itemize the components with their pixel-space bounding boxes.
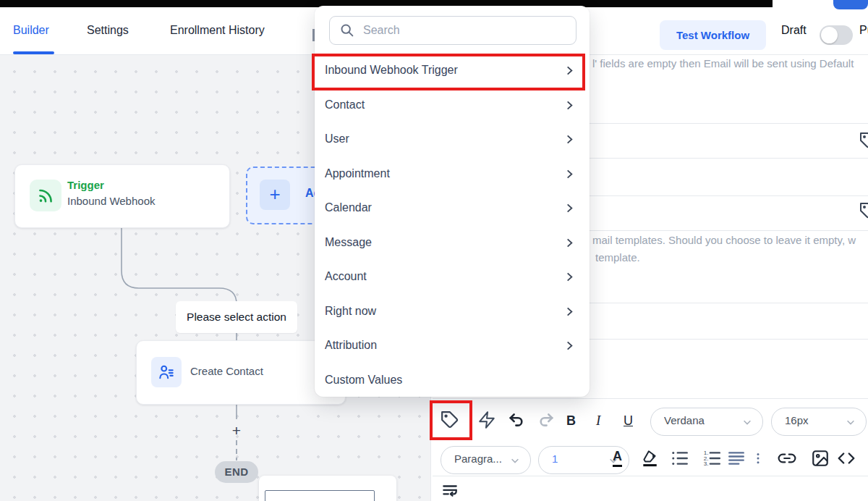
- paragraph-style-value: Paragra...: [454, 452, 502, 465]
- helper-text-top: l' fields are empty then Email will be s…: [592, 57, 868, 70]
- trigger-node-card[interactable]: Trigger Inbound Webhook: [14, 164, 230, 228]
- font-size-select[interactable]: 16px: [771, 408, 867, 436]
- chevron-right-icon: [564, 100, 575, 111]
- chevron-right-icon: [564, 237, 575, 248]
- menu-item-contact[interactable]: Contact: [315, 90, 590, 119]
- bold-button[interactable]: B: [566, 411, 576, 430]
- menu-item-account[interactable]: Account: [315, 262, 590, 291]
- svg-text:3.: 3.: [704, 460, 709, 467]
- chevron-right-icon: [564, 340, 575, 351]
- trigger-node-subtitle: Inbound Webhook: [67, 195, 156, 207]
- align-button[interactable]: [727, 449, 746, 468]
- trigger-node-title: Trigger: [67, 179, 104, 191]
- helper-text-mid1: mail templates. Should you choose to lea…: [592, 234, 868, 246]
- chevron-right-icon: [564, 65, 575, 76]
- menu-item-appointment[interactable]: Appointment: [315, 159, 590, 188]
- font-size-value: 16px: [785, 414, 809, 426]
- menu-item-message[interactable]: Message: [315, 228, 590, 257]
- lightning-icon: [477, 411, 496, 429]
- chevron-right-icon: [564, 169, 575, 180]
- action-picker-popup: Inbound Webhook Trigger Contact User App…: [315, 6, 590, 397]
- toggle-knob: [821, 27, 838, 43]
- tag-icon: [441, 411, 459, 429]
- chevron-right-icon: [564, 306, 575, 317]
- redo-icon: [536, 411, 555, 430]
- toolbar-top-divider: [433, 398, 868, 399]
- image-button[interactable]: [811, 449, 830, 468]
- chevron-down-icon: [846, 417, 856, 427]
- create-contact-icon-bg: [151, 357, 182, 387]
- menu-item-label: Attribution: [325, 331, 377, 360]
- font-family-select[interactable]: Verdana: [650, 408, 763, 436]
- tag-field-icon[interactable]: [859, 202, 868, 219]
- italic-button[interactable]: I: [596, 411, 600, 430]
- font-family-value: Verdana: [664, 414, 705, 426]
- contact-person-icon: [157, 363, 176, 382]
- tab-builder[interactable]: Builder: [13, 7, 49, 54]
- end-node: END: [215, 461, 258, 483]
- text-wrap-button[interactable]: [441, 481, 459, 500]
- toolbar-row-divider: [433, 476, 868, 476]
- highlight-button[interactable]: [640, 448, 659, 467]
- menu-item-attribution[interactable]: Attribution: [315, 331, 590, 360]
- undo-button[interactable]: [508, 411, 527, 430]
- clipped-config-card: [259, 476, 396, 501]
- chevron-down-icon: [742, 417, 752, 427]
- publish-label-partial: Pu: [859, 7, 868, 54]
- menu-item-label: User: [325, 125, 349, 153]
- clipped-blue-button[interactable]: [833, 0, 868, 9]
- clipped-input-field[interactable]: [265, 490, 375, 501]
- chevron-right-icon: [564, 271, 575, 282]
- bullet-list-button[interactable]: [671, 449, 689, 468]
- highlighter-icon: [640, 448, 659, 467]
- chevron-down-icon: [510, 455, 520, 466]
- code-icon: [837, 449, 856, 468]
- test-workflow-button[interactable]: Test Workflow: [660, 20, 766, 50]
- link-button[interactable]: [778, 449, 796, 468]
- tab-settings[interactable]: Settings: [87, 7, 129, 54]
- underline-button[interactable]: U: [624, 411, 633, 430]
- menu-item-calendar[interactable]: Calendar: [315, 193, 590, 222]
- ordered-list-button[interactable]: 1.2.3.: [702, 449, 721, 468]
- menu-item-right-now[interactable]: Right now: [315, 297, 590, 326]
- trigger-link-button[interactable]: [477, 411, 496, 429]
- select-action-prompt: Please select action: [176, 301, 297, 333]
- menu-item-label: Appointment: [325, 159, 390, 188]
- plus-icon: +: [260, 180, 290, 210]
- ordered-list-icon: 1.2.3.: [702, 449, 721, 468]
- menu-item-inbound-webhook-trigger[interactable]: Inbound Webhook Trigger: [315, 56, 590, 85]
- tab-enrollment-history[interactable]: Enrollment History: [170, 7, 265, 54]
- menu-item-label: Account: [325, 262, 367, 291]
- more-options-button[interactable]: [752, 449, 765, 468]
- rss-icon: [36, 186, 55, 205]
- helper-text-mid2: template.: [595, 251, 868, 264]
- publish-toggle[interactable]: [820, 25, 853, 45]
- bullet-list-icon: [671, 449, 689, 468]
- align-justify-icon: [727, 449, 746, 468]
- text-color-button[interactable]: A: [613, 448, 622, 467]
- draft-label: Draft: [781, 7, 807, 54]
- merge-tag-button[interactable]: [441, 411, 459, 429]
- search-input[interactable]: [362, 17, 571, 43]
- paragraph-style-select[interactable]: Paragra...: [441, 446, 531, 474]
- image-icon: [811, 449, 830, 468]
- code-button[interactable]: [837, 449, 856, 468]
- link-icon: [778, 449, 796, 468]
- menu-item-label: Custom Values: [325, 366, 402, 395]
- search-box[interactable]: [329, 16, 576, 45]
- trigger-icon-bg: [30, 180, 61, 211]
- menu-item-label: Contact: [325, 90, 365, 119]
- active-tab-underline: [13, 51, 54, 54]
- menu-item-user[interactable]: User: [315, 125, 590, 153]
- text-wrap-icon: [441, 481, 459, 500]
- menu-item-custom-values[interactable]: Custom Values: [315, 366, 590, 395]
- menu-item-label: Right now: [325, 297, 376, 326]
- plus-glyph: +: [260, 180, 290, 210]
- insert-step-plus[interactable]: +: [228, 422, 245, 439]
- chevron-right-icon: [564, 203, 575, 214]
- menu-item-label: Message: [325, 228, 372, 257]
- line-height-value: 1: [552, 452, 558, 465]
- menu-item-label: Inbound Webhook Trigger: [325, 56, 458, 85]
- redo-button[interactable]: [536, 411, 555, 430]
- tag-field-icon[interactable]: [859, 132, 868, 149]
